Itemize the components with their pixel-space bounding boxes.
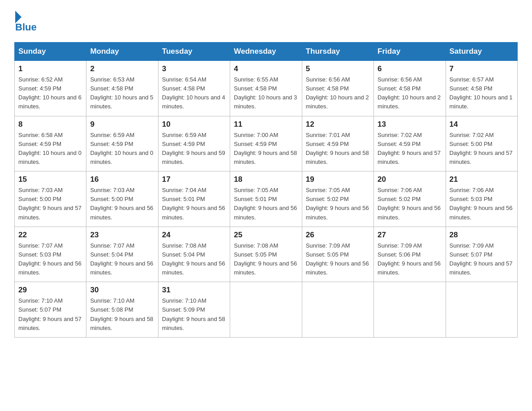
calendar-cell: 18Sunrise: 7:05 AMSunset: 5:01 PMDayligh… xyxy=(230,171,302,227)
day-number: 9 xyxy=(90,120,154,129)
calendar-cell: 30Sunrise: 7:10 AMSunset: 5:08 PMDayligh… xyxy=(86,282,158,338)
day-number: 2 xyxy=(90,64,154,73)
calendar-cell xyxy=(446,282,517,338)
weekday-header-wednesday: Wednesday xyxy=(230,43,302,61)
day-info: Sunrise: 6:58 AMSunset: 4:59 PMDaylight:… xyxy=(18,131,82,167)
calendar-cell: 22Sunrise: 7:07 AMSunset: 5:03 PMDayligh… xyxy=(15,227,86,282)
week-row-3: 15Sunrise: 7:03 AMSunset: 5:00 PMDayligh… xyxy=(15,171,518,227)
day-number: 13 xyxy=(378,120,442,129)
calendar-cell xyxy=(374,282,446,338)
day-number: 25 xyxy=(234,231,298,240)
day-info: Sunrise: 7:05 AMSunset: 5:01 PMDaylight:… xyxy=(234,186,298,222)
page-header: Blue xyxy=(14,11,518,33)
calendar-cell: 20Sunrise: 7:06 AMSunset: 5:02 PMDayligh… xyxy=(374,171,446,227)
week-row-4: 22Sunrise: 7:07 AMSunset: 5:03 PMDayligh… xyxy=(15,227,518,282)
day-info: Sunrise: 6:54 AMSunset: 4:58 PMDaylight:… xyxy=(162,75,226,111)
weekday-header-saturday: Saturday xyxy=(446,43,517,61)
day-number: 23 xyxy=(90,231,154,240)
calendar-cell xyxy=(230,282,302,338)
day-info: Sunrise: 7:07 AMSunset: 5:03 PMDaylight:… xyxy=(18,241,82,278)
calendar-cell: 8Sunrise: 6:58 AMSunset: 4:59 PMDaylight… xyxy=(15,116,86,171)
day-number: 21 xyxy=(450,175,514,184)
week-row-2: 8Sunrise: 6:58 AMSunset: 4:59 PMDaylight… xyxy=(15,116,518,171)
day-info: Sunrise: 7:03 AMSunset: 5:00 PMDaylight:… xyxy=(18,186,82,222)
day-info: Sunrise: 6:56 AMSunset: 4:58 PMDaylight:… xyxy=(378,75,442,111)
calendar-cell: 26Sunrise: 7:09 AMSunset: 5:05 PMDayligh… xyxy=(302,227,373,282)
day-number: 24 xyxy=(162,231,226,240)
day-info: Sunrise: 7:03 AMSunset: 5:00 PMDaylight:… xyxy=(90,186,154,222)
day-info: Sunrise: 7:04 AMSunset: 5:01 PMDaylight:… xyxy=(162,186,226,222)
day-number: 10 xyxy=(162,120,226,129)
day-info: Sunrise: 7:06 AMSunset: 5:02 PMDaylight:… xyxy=(378,186,442,222)
day-info: Sunrise: 7:10 AMSunset: 5:08 PMDaylight:… xyxy=(90,296,154,333)
calendar-cell: 19Sunrise: 7:05 AMSunset: 5:02 PMDayligh… xyxy=(302,171,373,227)
calendar-cell: 7Sunrise: 6:57 AMSunset: 4:58 PMDaylight… xyxy=(446,61,517,116)
day-info: Sunrise: 6:57 AMSunset: 4:58 PMDaylight:… xyxy=(450,75,514,111)
day-number: 14 xyxy=(450,120,514,129)
day-info: Sunrise: 7:00 AMSunset: 4:59 PMDaylight:… xyxy=(234,131,298,167)
calendar-cell: 31Sunrise: 7:10 AMSunset: 5:09 PMDayligh… xyxy=(158,282,230,338)
day-info: Sunrise: 7:01 AMSunset: 4:59 PMDaylight:… xyxy=(306,131,370,167)
day-number: 22 xyxy=(18,231,82,240)
logo-sub: Blue xyxy=(15,21,37,33)
day-number: 16 xyxy=(90,175,154,184)
day-info: Sunrise: 7:06 AMSunset: 5:03 PMDaylight:… xyxy=(450,186,514,222)
day-info: Sunrise: 7:05 AMSunset: 5:02 PMDaylight:… xyxy=(306,186,370,222)
day-info: Sunrise: 6:55 AMSunset: 4:58 PMDaylight:… xyxy=(234,75,298,111)
day-info: Sunrise: 6:53 AMSunset: 4:58 PMDaylight:… xyxy=(90,75,154,111)
day-info: Sunrise: 6:59 AMSunset: 4:59 PMDaylight:… xyxy=(90,131,154,167)
calendar-cell: 11Sunrise: 7:00 AMSunset: 4:59 PMDayligh… xyxy=(230,116,302,171)
calendar-cell: 25Sunrise: 7:08 AMSunset: 5:05 PMDayligh… xyxy=(230,227,302,282)
day-info: Sunrise: 7:07 AMSunset: 5:04 PMDaylight:… xyxy=(90,241,154,278)
day-info: Sunrise: 7:08 AMSunset: 5:04 PMDaylight:… xyxy=(162,241,226,278)
day-info: Sunrise: 7:02 AMSunset: 5:00 PMDaylight:… xyxy=(450,131,514,167)
week-row-1: 1Sunrise: 6:52 AMSunset: 4:59 PMDaylight… xyxy=(15,61,518,116)
day-info: Sunrise: 7:10 AMSunset: 5:07 PMDaylight:… xyxy=(18,296,82,333)
calendar-table: SundayMondayTuesdayWednesdayThursdayFrid… xyxy=(14,42,518,338)
day-info: Sunrise: 7:09 AMSunset: 5:05 PMDaylight:… xyxy=(306,241,370,278)
weekday-header-thursday: Thursday xyxy=(302,43,373,61)
calendar-cell xyxy=(302,282,373,338)
day-number: 11 xyxy=(234,120,298,129)
day-number: 1 xyxy=(18,64,82,73)
day-number: 3 xyxy=(162,64,226,73)
weekday-header-row: SundayMondayTuesdayWednesdayThursdayFrid… xyxy=(15,43,518,61)
calendar-cell: 21Sunrise: 7:06 AMSunset: 5:03 PMDayligh… xyxy=(446,171,517,227)
calendar-cell: 24Sunrise: 7:08 AMSunset: 5:04 PMDayligh… xyxy=(158,227,230,282)
calendar-cell: 4Sunrise: 6:55 AMSunset: 4:58 PMDaylight… xyxy=(230,61,302,116)
calendar-cell: 12Sunrise: 7:01 AMSunset: 4:59 PMDayligh… xyxy=(302,116,373,171)
calendar-cell: 16Sunrise: 7:03 AMSunset: 5:00 PMDayligh… xyxy=(86,171,158,227)
day-info: Sunrise: 6:52 AMSunset: 4:59 PMDaylight:… xyxy=(18,75,82,111)
day-info: Sunrise: 7:08 AMSunset: 5:05 PMDaylight:… xyxy=(234,241,298,278)
calendar-cell: 15Sunrise: 7:03 AMSunset: 5:00 PMDayligh… xyxy=(15,171,86,227)
calendar-cell: 3Sunrise: 6:54 AMSunset: 4:58 PMDaylight… xyxy=(158,61,230,116)
day-number: 29 xyxy=(18,286,82,295)
day-info: Sunrise: 7:09 AMSunset: 5:06 PMDaylight:… xyxy=(378,241,442,278)
week-row-5: 29Sunrise: 7:10 AMSunset: 5:07 PMDayligh… xyxy=(15,282,518,338)
day-info: Sunrise: 6:56 AMSunset: 4:58 PMDaylight:… xyxy=(306,75,370,111)
calendar-cell: 14Sunrise: 7:02 AMSunset: 5:00 PMDayligh… xyxy=(446,116,517,171)
day-number: 27 xyxy=(378,231,442,240)
day-info: Sunrise: 7:09 AMSunset: 5:07 PMDaylight:… xyxy=(450,241,514,278)
day-number: 19 xyxy=(306,175,370,184)
weekday-header-friday: Friday xyxy=(374,43,446,61)
calendar-cell: 28Sunrise: 7:09 AMSunset: 5:07 PMDayligh… xyxy=(446,227,517,282)
day-number: 6 xyxy=(378,64,442,73)
day-info: Sunrise: 7:10 AMSunset: 5:09 PMDaylight:… xyxy=(162,296,226,333)
day-number: 26 xyxy=(306,231,370,240)
day-info: Sunrise: 7:02 AMSunset: 4:59 PMDaylight:… xyxy=(378,131,442,167)
weekday-header-monday: Monday xyxy=(86,43,158,61)
calendar-cell: 13Sunrise: 7:02 AMSunset: 4:59 PMDayligh… xyxy=(374,116,446,171)
logo: Blue xyxy=(14,11,37,33)
day-info: Sunrise: 6:59 AMSunset: 4:59 PMDaylight:… xyxy=(162,131,226,167)
weekday-header-sunday: Sunday xyxy=(15,43,86,61)
calendar-cell: 5Sunrise: 6:56 AMSunset: 4:58 PMDaylight… xyxy=(302,61,373,116)
calendar-cell: 2Sunrise: 6:53 AMSunset: 4:58 PMDaylight… xyxy=(86,61,158,116)
day-number: 12 xyxy=(306,120,370,129)
day-number: 18 xyxy=(234,175,298,184)
day-number: 15 xyxy=(18,175,82,184)
day-number: 4 xyxy=(234,64,298,73)
calendar-cell: 10Sunrise: 6:59 AMSunset: 4:59 PMDayligh… xyxy=(158,116,230,171)
calendar-cell: 6Sunrise: 6:56 AMSunset: 4:58 PMDaylight… xyxy=(374,61,446,116)
day-number: 20 xyxy=(378,175,442,184)
